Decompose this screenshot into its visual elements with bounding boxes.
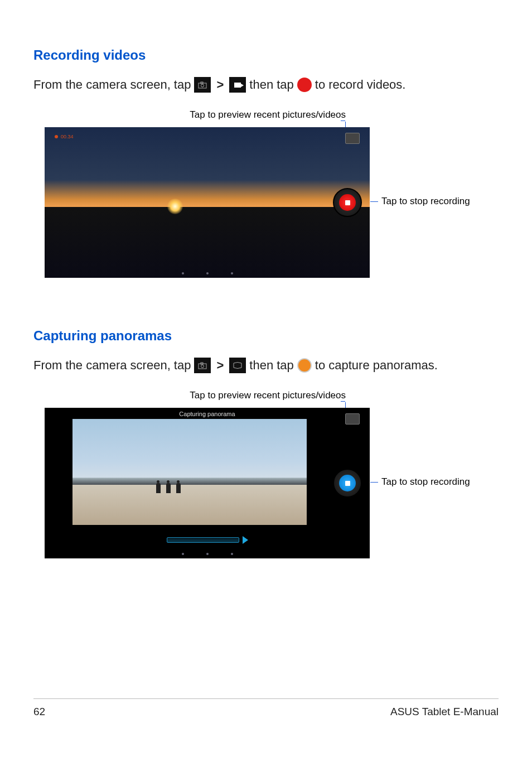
progress-track (167, 537, 239, 543)
page-footer: 62 ASUS Tablet E-Manual (33, 698, 499, 718)
instruction-text: to record videos. (315, 78, 406, 92)
figure-caption-stop: Tap to stop recording (370, 196, 470, 207)
manual-page: Recording videos From the camera screen,… (0, 0, 532, 757)
sun-icon (167, 199, 183, 214)
video-mode-icon (229, 77, 246, 93)
beach-scene (72, 419, 307, 525)
stop-recording-button[interactable] (333, 188, 362, 217)
panorama-status-text: Capturing panorama (45, 411, 370, 417)
callout-line (370, 201, 378, 202)
screenshot-video-recording: 00.34 (45, 127, 370, 278)
stop-recording-button[interactable] (333, 469, 362, 498)
camera-mode-icon (194, 358, 211, 373)
arrow-right-icon (243, 536, 248, 544)
instruction-text: then tap (249, 78, 294, 92)
stop-icon (345, 481, 350, 486)
instruction-text: then tap (249, 358, 294, 373)
figure-panorama-capture: Tap to preview recent pictures/videos Ca… (33, 390, 499, 558)
stop-button-inner (339, 194, 356, 211)
recording-time-indicator: 00.34 (55, 134, 74, 139)
people-figures (156, 483, 181, 493)
instruction-text: to capture panoramas. (315, 358, 438, 373)
preview-thumbnail-button[interactable] (345, 413, 360, 425)
instruction-text: From the camera screen, tap (33, 358, 191, 373)
caption-text: Tap to stop recording (381, 476, 470, 488)
callout-line (45, 402, 346, 408)
section-heading-recording-videos: Recording videos (33, 47, 499, 63)
nav-bar (182, 272, 233, 274)
panorama-progress-indicator (167, 536, 248, 544)
camera-mode-icon (194, 77, 211, 93)
stop-icon (345, 200, 350, 205)
figure-caption-preview: Tap to preview recent pictures/videos (45, 109, 346, 120)
panorama-mode-icon (229, 358, 246, 373)
manual-title: ASUS Tablet E-Manual (390, 706, 499, 718)
instruction-line-2: From the camera screen, tap > then tap t… (33, 358, 499, 373)
instruction-line-1: From the camera screen, tap > then tap t… (33, 77, 499, 93)
record-dot-icon (55, 135, 58, 138)
svg-point-5 (201, 365, 204, 368)
record-button-icon (297, 78, 312, 92)
recording-time-value: 00.34 (61, 134, 74, 139)
figure-video-recording: Tap to preview recent pictures/videos 00… (33, 109, 499, 278)
stop-button-inner (339, 475, 356, 491)
callout-line (45, 122, 346, 127)
section-heading-capturing-panoramas: Capturing panoramas (33, 328, 499, 344)
nav-bar (182, 553, 233, 555)
sunset-scene (45, 127, 370, 278)
callout-line (370, 482, 378, 483)
instruction-text: From the camera screen, tap (33, 78, 191, 92)
svg-point-2 (201, 84, 204, 87)
preview-thumbnail-button[interactable] (345, 133, 360, 144)
capture-button-icon (297, 358, 312, 373)
page-number: 62 (33, 706, 45, 718)
screenshot-panorama-capture: Capturing panorama (45, 408, 370, 558)
caption-text: Tap to stop recording (381, 196, 470, 207)
chevron-right-icon: > (216, 78, 224, 92)
figure-caption-stop: Tap to stop recording (370, 476, 470, 488)
chevron-right-icon: > (216, 358, 224, 373)
figure-caption-preview: Tap to preview recent pictures/videos (45, 390, 346, 401)
